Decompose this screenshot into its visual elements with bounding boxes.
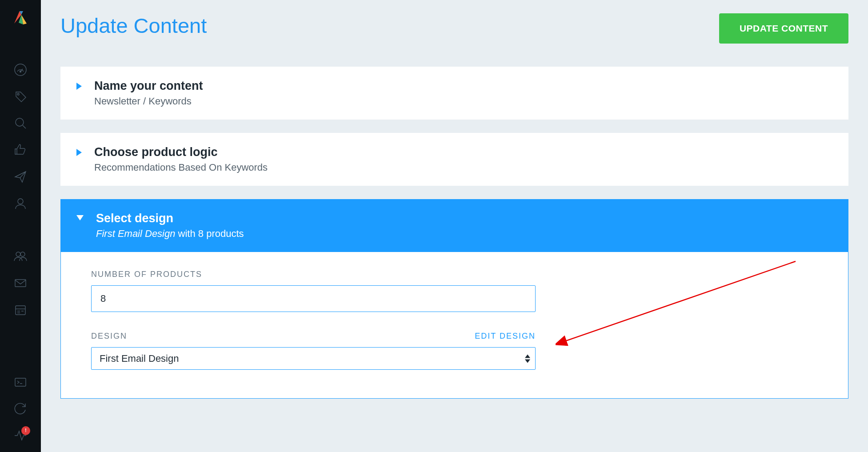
section-title: Name your content <box>94 79 203 93</box>
section-design-header[interactable]: Select design First Email Design with 8 … <box>60 199 848 252</box>
section-product-logic: Choose product logic Recommendations Bas… <box>60 133 848 186</box>
section-name-content: Name your content Newsletter / Keywords <box>60 67 848 120</box>
alert-badge: ! <box>21 426 30 435</box>
page-header: Update Content UPDATE CONTENT <box>60 13 848 44</box>
design-select[interactable]: First Email Design <box>91 347 536 370</box>
update-content-button[interactable]: UPDATE CONTENT <box>719 13 848 44</box>
svg-point-6 <box>18 199 23 204</box>
refresh-icon[interactable] <box>10 399 31 419</box>
envelope-icon[interactable] <box>10 273 31 293</box>
svg-rect-10 <box>16 306 25 315</box>
svg-line-5 <box>23 125 26 128</box>
section-title: Choose product logic <box>94 145 268 159</box>
caret-right-icon <box>76 149 82 156</box>
user-icon[interactable] <box>10 193 31 214</box>
tag-icon[interactable] <box>10 86 31 107</box>
dashboard-icon[interactable] <box>10 60 31 80</box>
logo[interactable] <box>9 6 32 28</box>
edit-design-link[interactable]: EDIT DESIGN <box>475 332 536 341</box>
svg-rect-15 <box>15 378 26 386</box>
svg-point-8 <box>20 252 25 256</box>
section-subtitle: Recommendations Based On Keywords <box>94 162 268 173</box>
section-select-design: Select design First Email Design with 8 … <box>60 199 848 399</box>
caret-down-icon <box>76 215 84 220</box>
template-icon[interactable] <box>10 300 31 320</box>
section-name-header[interactable]: Name your content Newsletter / Keywords <box>60 67 848 120</box>
users-icon[interactable] <box>10 246 31 267</box>
page-title: Update Content <box>60 13 207 38</box>
activity-icon[interactable]: ! <box>10 425 31 446</box>
search-icon[interactable] <box>10 113 31 133</box>
svg-rect-9 <box>15 280 26 287</box>
terminal-icon[interactable] <box>10 372 31 392</box>
send-icon[interactable] <box>10 166 31 187</box>
num-products-input[interactable] <box>91 285 536 312</box>
svg-point-4 <box>16 118 24 126</box>
thumbsup-icon[interactable] <box>10 140 31 160</box>
section-design-body: NUMBER OF PRODUCTS DESIGN EDIT DESIGN Fi… <box>60 252 848 399</box>
num-products-label: NUMBER OF PRODUCTS <box>91 270 202 279</box>
section-logic-header[interactable]: Choose product logic Recommendations Bas… <box>60 133 848 186</box>
svg-point-7 <box>16 252 20 256</box>
section-subtitle: First Email Design with 8 products <box>96 228 244 240</box>
main-content: Update Content UPDATE CONTENT Name your … <box>41 0 868 452</box>
design-label: DESIGN <box>91 332 127 341</box>
section-subtitle: Newsletter / Keywords <box>94 96 203 107</box>
section-title: Select design <box>96 212 244 225</box>
sidebar: ! <box>0 0 41 452</box>
svg-point-3 <box>17 93 19 95</box>
caret-right-icon <box>76 83 82 90</box>
